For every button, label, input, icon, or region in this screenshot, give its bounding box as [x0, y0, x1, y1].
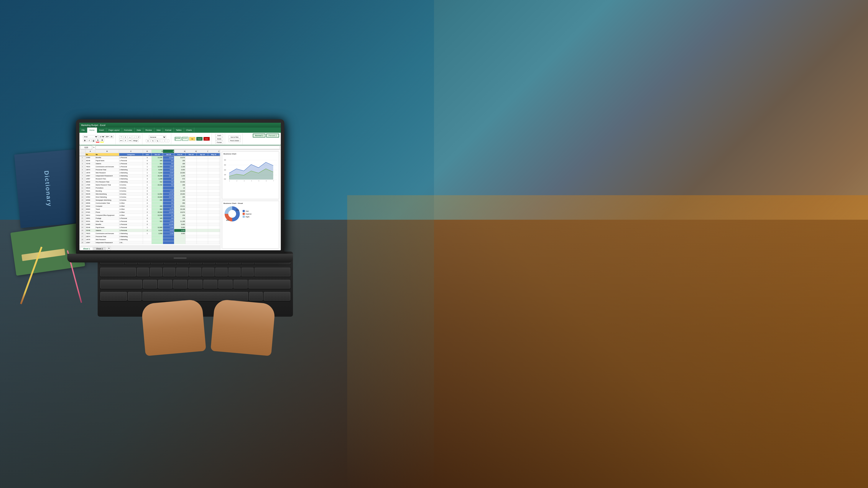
sheet-tab-2[interactable]: Sheet 2 [93, 247, 106, 250]
cell-may16[interactable] [208, 226, 219, 229]
tab-format[interactable]: Format [163, 128, 174, 133]
cell-feb16[interactable]: 3,000 [174, 168, 186, 171]
cell-jun16[interactable] [219, 174, 220, 177]
tab-tables[interactable]: Tables [174, 128, 184, 133]
cell-apr16[interactable] [197, 238, 208, 241]
cell-category[interactable]: 2-M... [119, 241, 143, 244]
cell-jan16[interactable]: 12,620 [163, 174, 174, 177]
cell-unit[interactable]: 1 [143, 226, 152, 229]
cell-feb16[interactable]: 5,000 [174, 226, 186, 229]
cell-budget[interactable]: Commissions and bonuses [95, 232, 119, 235]
cell-mar16[interactable] [186, 156, 197, 159]
cell-mar16[interactable] [186, 217, 197, 220]
cell-no-id[interactable]: 75321 [86, 190, 95, 192]
cell-unit[interactable]: 2 [143, 211, 152, 214]
style-percent2[interactable]: Percent 2 [182, 137, 188, 141]
cell-may16[interactable] [208, 238, 219, 241]
cell-budget[interactable]: Payroll taxes [95, 159, 119, 162]
cell-may16[interactable] [208, 241, 219, 244]
cell-no-id[interactable]: 35246 [86, 226, 95, 229]
cell-unit[interactable]: 2 [143, 208, 152, 210]
cell-may16[interactable] [208, 196, 219, 198]
cell-category[interactable]: 3-Commu [119, 199, 143, 201]
cell-no-id[interactable]: 76023 [86, 232, 95, 235]
cell-may16[interactable] [208, 202, 219, 204]
cell-mar16[interactable] [186, 229, 197, 232]
cell-category[interactable]: 3-Commu [119, 187, 143, 189]
cell-no-id[interactable]: 10567 [86, 174, 95, 177]
cell-category[interactable]: 2-Marketing [119, 232, 143, 235]
cell-apr16[interactable] [197, 174, 208, 177]
font-name-select[interactable]: Arial [83, 135, 98, 138]
tab-insert[interactable]: Insert [97, 128, 106, 133]
cell-apr16[interactable] [197, 235, 208, 238]
cell-may16[interactable] [208, 159, 219, 162]
cell-dec15[interactable]: 6,000 [152, 168, 163, 171]
cell-apr16[interactable] [197, 190, 208, 192]
cell-no-id[interactable]: 07421 [86, 211, 95, 214]
cell-apr16[interactable] [197, 217, 208, 220]
header-budget[interactable]: No [95, 153, 119, 156]
cell-feb16[interactable] [174, 235, 186, 238]
cell-unit[interactable]: 2 [143, 214, 152, 217]
wrap-text-btn[interactable]: ⏎ [136, 135, 141, 139]
cell-category[interactable]: 4-Other [119, 208, 143, 210]
cell-jun16[interactable] [219, 168, 220, 171]
cell-unit[interactable]: 0 [143, 223, 152, 226]
cell-may16[interactable] [208, 229, 219, 232]
cell-may16[interactable] [208, 162, 219, 165]
cell-no-id[interactable]: 10460 [86, 223, 95, 226]
cell-category[interactable]: 1-Personal [119, 165, 143, 168]
align-right-btn[interactable]: ⟶ [128, 139, 132, 142]
cell-jan16[interactable]: 153 [163, 205, 174, 207]
col-header-A[interactable]: A [86, 150, 95, 153]
cell-may16[interactable] [208, 177, 219, 180]
cell-unit[interactable]: 4 [143, 196, 152, 198]
cell-mar16[interactable] [186, 190, 197, 192]
cell-jan16[interactable]: 2,300 [163, 226, 174, 229]
cell-may16[interactable] [208, 205, 219, 207]
cell-may16[interactable] [208, 208, 219, 210]
cell-mar16[interactable] [186, 220, 197, 223]
cell-budget[interactable]: Web Research [95, 171, 119, 174]
cell-budget[interactable]: Benefits [95, 156, 119, 159]
cell-budget[interactable]: Postage [95, 217, 119, 220]
header-apr16[interactable]: Apr-16 [197, 153, 208, 156]
cell-feb16[interactable]: 3,000 [174, 232, 186, 235]
cell-apr16[interactable] [197, 202, 208, 204]
tab-review[interactable]: Review [143, 128, 154, 133]
cell-jun16[interactable] [219, 223, 220, 226]
cell-apr16[interactable] [197, 181, 208, 183]
cell-no-id[interactable]: 10567 [86, 241, 95, 244]
cell-feb16[interactable]: 16,136 [174, 208, 186, 210]
cell-category[interactable]: 3-Commu [119, 184, 143, 186]
style-good[interactable]: Good [196, 137, 203, 141]
cell-feb16[interactable]: 356 [174, 202, 186, 204]
cell-unit[interactable]: 0 [143, 193, 152, 195]
cell-apr16[interactable] [197, 171, 208, 174]
align-middle-btn[interactable]: ≡ [123, 135, 127, 139]
tab-file[interactable]: File [80, 128, 87, 133]
cell-category[interactable]: 1-Personal [119, 162, 143, 165]
cell-feb16[interactable] [174, 241, 186, 244]
cell-jan16[interactable]: 347 [163, 159, 174, 162]
cell-category[interactable]: 1-Personal [119, 159, 143, 162]
merge-btn[interactable]: Merge [132, 139, 139, 142]
cell-jan16[interactable] [163, 238, 174, 241]
cell-jan16[interactable]: 2,300 [163, 220, 174, 223]
cell-mar16[interactable] [186, 187, 197, 189]
cell-jun16[interactable] [219, 193, 220, 195]
cell-no-id[interactable]: 95235 [86, 193, 95, 195]
underline-btn[interactable]: U [92, 139, 95, 142]
align-center-btn[interactable]: ≡ [123, 139, 127, 142]
cell-no-id[interactable]: 06342 [86, 205, 95, 207]
cell-mar16[interactable] [186, 171, 197, 174]
cell-category[interactable]: 3-Commu [119, 190, 143, 192]
cell-dec15[interactable]: 6,000 [152, 229, 163, 232]
cell-dec15[interactable]: 10,432 [152, 184, 163, 186]
cell-feb16[interactable]: 155 [174, 196, 186, 198]
cell-feb16[interactable]: 158 [174, 184, 186, 186]
cell-may16[interactable] [208, 223, 219, 226]
cell-apr16[interactable] [197, 211, 208, 214]
cell-unit[interactable]: 0 [143, 187, 152, 189]
